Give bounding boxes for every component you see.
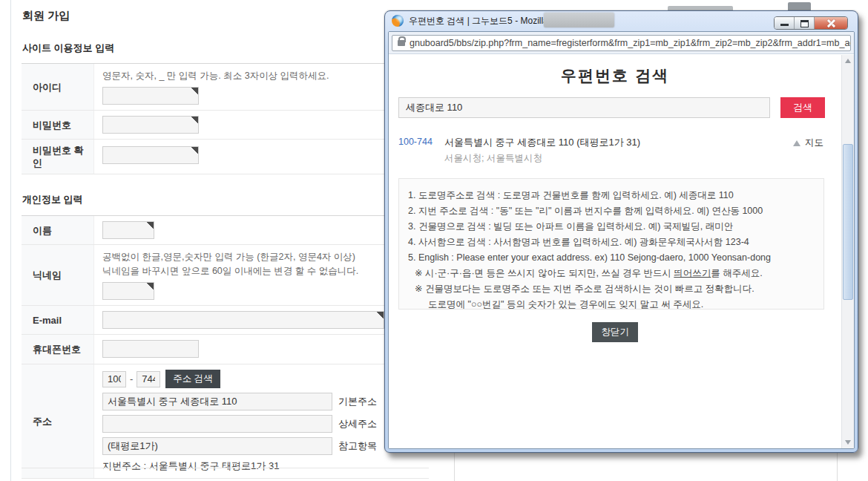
background-window-fragment — [544, 13, 614, 27]
base-address-input[interactable] — [102, 393, 332, 410]
extra-address-input[interactable] — [102, 437, 332, 455]
password-input[interactable] — [102, 116, 199, 134]
help-line: 2. 지번 주소로 검색 : "동" 또는 "리" 이름과 번지수를 함께 입력… — [408, 203, 816, 219]
extra-address-line: 참고항목 — [102, 437, 429, 455]
phone-cell — [94, 335, 429, 364]
window-titlebar[interactable]: 우편번호 검색 | 그누보드5 - Mozilla Firefox — [385, 11, 858, 30]
help-line-note: ※ 건물명보다는 도로명주소 또는 지번 주소로 검색하시는 것이 빠르고 정확… — [408, 281, 816, 297]
id-cell: 영문자, 숫자, _ 만 입력 가능. 최소 3자이상 입력하세요. — [94, 64, 429, 110]
help-note-underline: 띄어쓰기 — [674, 268, 711, 278]
email-cell — [94, 306, 429, 334]
extra-address-label: 참고항목 — [338, 439, 377, 453]
required-corner-marker — [102, 311, 384, 329]
close-window-button[interactable]: 창닫기 — [592, 322, 638, 342]
search-button[interactable]: 검색 — [780, 97, 825, 118]
name-cell — [94, 216, 429, 244]
detail-address-label: 상세주소 — [338, 417, 377, 431]
help-line: 4. 사서함으로 검색 : 사서함명과 번호를 입력하세요. 예) 광화문우체국… — [408, 235, 816, 250]
nickname-input[interactable] — [102, 282, 154, 300]
name-input[interactable] — [102, 221, 154, 239]
required-corner-marker — [102, 221, 154, 239]
triangle-up-icon — [793, 140, 800, 146]
result-zip-link[interactable]: 100-744 — [398, 137, 433, 147]
result-secondary-text: 서울시청; 서울특별시청 — [444, 152, 542, 165]
address-search-button[interactable]: 주소 검색 — [165, 370, 220, 388]
section-title-personal-info: 개인정보 입력 — [22, 193, 83, 206]
minimize-icon — [780, 24, 789, 26]
scroll-down-icon — [845, 440, 851, 445]
zip1-input[interactable] — [102, 371, 126, 387]
scroll-down-button[interactable] — [842, 436, 854, 448]
map-toggle[interactable]: 지도 — [793, 137, 823, 149]
nickname-hint-2: 닉네임을 바꾸시면 앞으로 60일 이내에는 변경 할 수 없습니다. — [102, 264, 429, 278]
phone-label: 휴대폰번호 — [22, 335, 94, 364]
address-cell: - 주소 검색 기본주소 상세주소 참고항목 지번주소 : 서울특별시 중구 태… — [94, 364, 429, 478]
maximize-icon — [800, 20, 809, 27]
form-row-address: 주소 - 주소 검색 기본주소 상세주소 참고항목 — [22, 364, 429, 479]
help-note-suffix: 를 해주세요. — [711, 268, 762, 278]
maximize-button[interactable] — [795, 17, 815, 29]
phone-input[interactable] — [102, 340, 199, 358]
detail-address-input[interactable] — [102, 415, 332, 433]
id-hint: 영문자, 숫자, _ 만 입력 가능. 최소 3자이상 입력하세요. — [102, 69, 429, 83]
base-address-label: 기본주소 — [338, 395, 377, 408]
zip2-input[interactable] — [137, 371, 160, 387]
password-confirm-input[interactable] — [102, 146, 199, 164]
zip-search-page: 우편번호 검색 검색 100-744 서울특별시 중구 세종대로 110 (태평… — [389, 55, 841, 448]
help-line: 5. English : Please enter your exact add… — [408, 250, 816, 266]
nickname-cell: 공백없이 한글,영문,숫자만 입력 가능 (한글2자, 영문4자 이상) 닉네임… — [94, 245, 429, 305]
section-title-site-info: 사이트 이용정보 입력 — [22, 42, 114, 55]
screen: 회원 가입 사이트 이용정보 입력 아이디 영문자, 숫자, _ 만 입력 가능… — [0, 0, 868, 481]
help-line: 3. 건물명으로 검색 : 빌딩 또는 아파트 이름을 입력하세요. 예) 국제… — [408, 219, 816, 235]
nickname-hint-1: 공백없이 한글,영문,숫자만 입력 가능 (한글2자, 영문4자 이상) — [102, 250, 429, 264]
email-input[interactable] — [102, 311, 384, 329]
email-label: E-mail — [22, 306, 94, 334]
popup-window: 우편번호 검색 | 그누보드5 - Mozilla Firefox gnuboa… — [384, 10, 858, 453]
zip-search-heading: 우편번호 검색 — [389, 65, 841, 86]
page-title: 회원 가입 — [22, 9, 70, 23]
help-line-note: ※ 시·군·구·읍·면 등은 쓰시지 않아도 되지만, 쓰실 경우 반드시 띄어… — [408, 266, 816, 281]
password-confirm-cell — [94, 140, 429, 174]
input-wrap — [102, 340, 199, 358]
required-corner-marker — [102, 87, 199, 105]
search-help-box: 1. 도로명주소로 검색 : 도로명과 건물번호를 함께 입력하세요. 예) 세… — [398, 178, 824, 310]
page-container-border — [10, 0, 11, 481]
form-row-password-confirm: 비밀번호 확인 — [22, 140, 429, 174]
form-row-password: 비밀번호 — [22, 111, 429, 140]
map-label: 지도 — [805, 137, 823, 149]
scrollbar-thumb[interactable] — [843, 144, 853, 300]
scroll-up-icon — [845, 59, 851, 63]
personal-info-table: 이름 닉네임 공백없이 한글,영문,숫자만 입력 가능 (한글2자, 영문4자 … — [22, 215, 429, 479]
result-address: 서울특별시 중구 세종대로 110 (태평로1가 31) — [444, 136, 640, 149]
password-confirm-label: 비밀번호 확인 — [22, 140, 94, 174]
minimize-button[interactable] — [775, 17, 795, 29]
bg-column-line — [837, 450, 838, 481]
form-row-id: 아이디 영문자, 숫자, _ 만 입력 가능. 최소 3자이상 입력하세요. — [22, 64, 429, 111]
form-row-nickname: 닉네임 공백없이 한글,영문,숫자만 입력 가능 (한글2자, 영문4자 이상)… — [22, 245, 429, 306]
id-input[interactable] — [102, 87, 199, 105]
help-line: 1. 도로명주소로 검색 : 도로명과 건물번호를 함께 입력하세요. 예) 세… — [408, 188, 816, 203]
browser-toolbar: gnuboard5/bbs/zip.php?frm_name=fregister… — [389, 32, 854, 54]
postcode-search-input[interactable] — [398, 97, 770, 118]
url-bar[interactable]: gnuboard5/bbs/zip.php?frm_name=fregister… — [392, 35, 851, 51]
close-button[interactable] — [815, 17, 847, 29]
zip-separator: - — [130, 373, 133, 385]
required-corner-marker — [102, 116, 199, 134]
scroll-up-button[interactable] — [842, 55, 854, 67]
password-cell — [94, 111, 429, 139]
bg-table-bottom-border — [22, 468, 429, 468]
bg-column-line — [454, 450, 455, 481]
nickname-label: 닉네임 — [22, 245, 94, 305]
id-label: 아이디 — [22, 64, 94, 110]
detail-address-line: 상세주소 — [102, 415, 429, 433]
required-corner-marker — [102, 282, 154, 300]
site-info-table: 아이디 영문자, 숫자, _ 만 입력 가능. 최소 3자이상 입력하세요. 비… — [22, 63, 429, 174]
jibun-address-text: 지번주소 : 서울특별시 중구 태평로1가 31 — [102, 459, 429, 473]
vertical-scrollbar[interactable] — [841, 55, 854, 448]
help-note-prefix: ※ 시·군·구·읍·면 등은 쓰시지 않아도 되지만, 쓰실 경우 반드시 — [415, 268, 674, 278]
name-label: 이름 — [22, 216, 94, 244]
url-text: gnuboard5/bbs/zip.php?frm_name=fregister… — [410, 38, 851, 48]
form-row-name: 이름 — [22, 216, 429, 245]
base-address-line: 기본주소 — [102, 393, 429, 410]
form-row-email: E-mail — [22, 306, 429, 335]
